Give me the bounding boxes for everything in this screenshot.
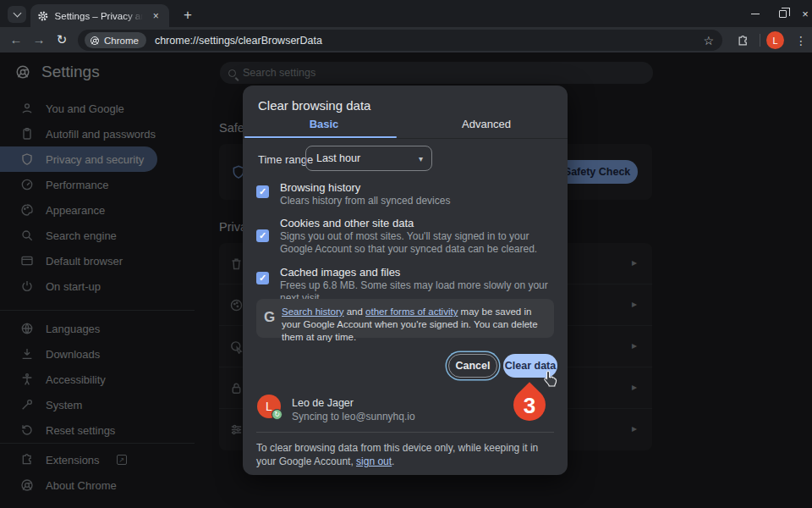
google-account-notice: G Search history and other forms of acti… [256,299,554,338]
checkbox-description: Signs you out of most sites. You'll stay… [280,230,556,256]
search-history-link[interactable]: Search history [282,306,344,317]
checkbox-title: Cached images and files [280,266,400,279]
account-name: Leo de Jager [292,397,354,409]
sign-out-link[interactable]: sign out [356,456,392,467]
new-tab-button[interactable]: + [178,5,198,25]
notice-text-mid: and [344,306,366,317]
chip-label: Chrome [104,36,139,46]
footer-divider [256,432,554,433]
chevron-down-icon [13,9,21,18]
chrome-url-chip[interactable]: Chrome [85,32,146,48]
dialog-title: Clear browsing data [258,98,370,113]
checkbox-cached-images[interactable]: ✓ [256,272,269,284]
dropdown-caret-icon: ▾ [419,154,423,163]
extensions-icon[interactable] [732,30,753,51]
checkbox-cookies[interactable]: ✓ [256,229,269,242]
sync-badge-icon: ↻ [272,409,283,420]
tab-basic[interactable]: Basic [243,118,405,138]
url-text: chrome://settings/clearBrowserData [155,35,704,47]
forward-button[interactable]: → [28,29,50,51]
account-sync-status: Syncing to leo@sunnyhq.io [292,411,415,422]
tab-advanced[interactable]: Advanced [405,118,568,138]
reload-button[interactable]: ↻ [51,29,73,51]
footer-text: To clear browsing data from this device … [256,442,538,467]
checkbox-title: Cookies and other site data [280,217,414,229]
time-range-select[interactable]: Last hour ▾ [305,146,432,171]
chrome-logo-icon [90,36,100,46]
browser-tab[interactable]: Settings – Privacy and secu × [30,4,169,27]
back-button[interactable]: ← [5,29,27,51]
tab-title: Settings – Privacy and secu [55,11,144,21]
close-icon: × [802,8,809,20]
checkbox-title: Browsing history [280,181,360,194]
other-activity-link[interactable]: other forms of activity [365,306,458,317]
time-range-value: Last hour [316,152,360,164]
titlebar: Settings – Privacy and secu × + × [0,0,812,27]
restore-icon [779,10,787,18]
step-number: 3 [513,389,546,421]
bookmark-star-icon[interactable]: ☆ [703,34,714,47]
menu-kebab-icon[interactable]: ⋮ [792,30,810,51]
checkbox-description: Clears history from all synced devices [280,195,556,207]
profile-avatar[interactable]: L [766,31,784,49]
hand-cursor-icon [543,370,557,390]
toolbar-separator [760,34,760,47]
gear-icon [37,10,49,22]
footer-text-end: . [392,456,394,467]
cancel-button[interactable]: Cancel [448,354,497,378]
checkbox-browsing-history[interactable]: ✓ [256,185,269,198]
dialog-footer-note: To clear browsing data from this device … [256,441,544,468]
tab-close-icon[interactable]: × [149,9,162,23]
tab-search-button[interactable] [8,6,26,23]
address-bar[interactable]: Chrome chrome://settings/clearBrowserDat… [78,30,722,51]
toolbar: ← → ↻ Chrome chrome://settings/clearBrow… [0,27,812,52]
google-g-icon: G [264,309,275,326]
minimize-icon [751,14,760,14]
minimize-button[interactable] [741,0,770,27]
window-close-button[interactable]: × [791,0,812,27]
notice-text: Search history and other forms of activi… [282,306,546,344]
dialog-divider [243,138,568,139]
